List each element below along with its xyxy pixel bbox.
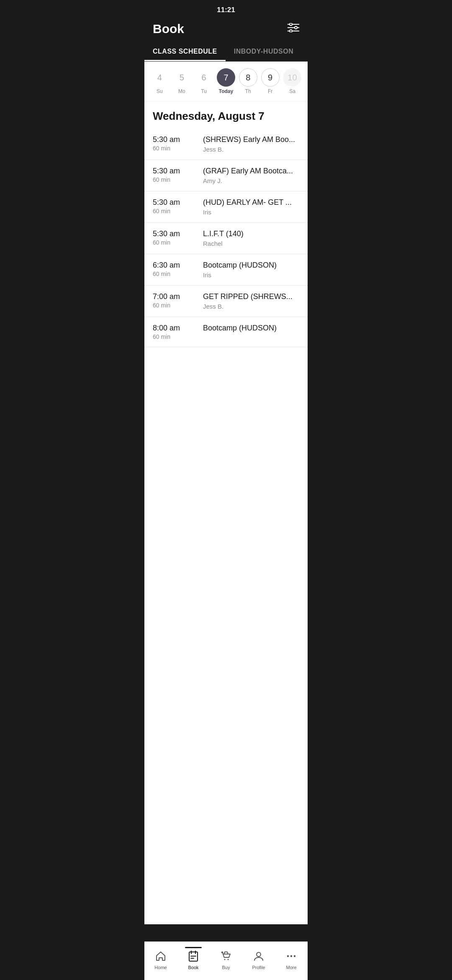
schedule-date: Wednesday, August 7 (153, 110, 299, 123)
class-info-0: (SHREWS) Early AM Boo... Jess B. (203, 135, 299, 153)
class-info-2: (HUD) EARLY AM- GET ... Iris (203, 198, 299, 216)
date-label-fr: Fr (268, 88, 272, 94)
class-time-4: 6:30 am 60 min (153, 261, 203, 277)
class-time-6: 8:00 am 60 min (153, 324, 203, 340)
class-item-1[interactable]: 5:30 am 60 min (GRAF) Early AM Bootca...… (144, 160, 308, 191)
date-item-sat[interactable]: 10 Sa (282, 68, 302, 94)
date-item-sun[interactable]: 4 Su (149, 68, 170, 94)
status-bar: 11:21 (144, 0, 308, 18)
class-info-6: Bootcamp (HUDSON) (203, 324, 299, 334)
class-time-5: 7:00 am 60 min (153, 292, 203, 309)
class-time-1: 5:30 am 60 min (153, 167, 203, 183)
class-list: 5:30 am 60 min (SHREWS) Early AM Boo... … (144, 129, 308, 347)
svg-point-5 (290, 30, 292, 32)
date-item-fri[interactable]: 9 Fr (260, 68, 280, 94)
svg-point-3 (290, 23, 292, 26)
schedule-heading: Wednesday, August 7 (144, 101, 308, 129)
page-title: Book (153, 22, 184, 36)
class-info-5: GET RIPPED (SHREWS... Jess B. (203, 292, 299, 310)
class-item-4[interactable]: 6:30 am 60 min Bootcamp (HUDSON) Iris (144, 254, 308, 286)
date-number-6: 6 (195, 68, 213, 87)
date-label-mo: Mo (178, 88, 185, 94)
date-label-th: Th (245, 88, 251, 94)
filter-icon[interactable] (288, 23, 299, 35)
svg-point-4 (295, 26, 297, 29)
class-item-0[interactable]: 5:30 am 60 min (SHREWS) Early AM Boo... … (144, 129, 308, 160)
date-number-8: 8 (239, 68, 257, 87)
class-info-1: (GRAF) Early AM Bootca... Amy J. (203, 167, 299, 184)
class-time-2: 5:30 am 60 min (153, 198, 203, 214)
date-number-7: 7 (217, 68, 235, 87)
class-time-0: 5:30 am 60 min (153, 135, 203, 152)
tab-class-schedule[interactable]: CLASS SCHEDULE (144, 42, 226, 61)
date-label-sa: Sa (289, 88, 295, 94)
date-label-today: Today (219, 88, 233, 94)
tab-inbody-hudson[interactable]: INBODY-HUDSON (226, 42, 302, 61)
class-item-2[interactable]: 5:30 am 60 min (HUD) EARLY AM- GET ... I… (144, 191, 308, 223)
date-number-9: 9 (261, 68, 280, 87)
date-label-su: Su (157, 88, 163, 94)
class-item-3[interactable]: 5:30 am 60 min L.I.F.T (140) Rachel (144, 223, 308, 254)
date-number-4: 4 (150, 68, 169, 87)
date-label-tu: Tu (201, 88, 207, 94)
date-number-10: 10 (283, 68, 301, 87)
date-picker: 4 Su 5 Mo 6 Tu 7 Today 8 Th 9 Fr 10 Sa (144, 62, 308, 101)
date-item-today[interactable]: 7 Today (216, 68, 236, 94)
date-item-mon[interactable]: 5 Mo (172, 68, 192, 94)
date-item-thu[interactable]: 8 Th (238, 68, 258, 94)
tabs: CLASS SCHEDULE INBODY-HUDSON (144, 42, 308, 62)
main-content: 4 Su 5 Mo 6 Tu 7 Today 8 Th 9 Fr 10 Sa W… (144, 62, 308, 924)
class-time-3: 5:30 am 60 min (153, 230, 203, 246)
class-info-4: Bootcamp (HUDSON) Iris (203, 261, 299, 279)
date-number-5: 5 (172, 68, 191, 87)
date-item-tue[interactable]: 6 Tu (194, 68, 214, 94)
status-time: 11:21 (217, 6, 235, 14)
class-item-5[interactable]: 7:00 am 60 min GET RIPPED (SHREWS... Jes… (144, 286, 308, 317)
class-info-3: L.I.F.T (140) Rachel (203, 230, 299, 247)
class-item-6[interactable]: 8:00 am 60 min Bootcamp (HUDSON) (144, 317, 308, 347)
header: Book (144, 18, 308, 42)
